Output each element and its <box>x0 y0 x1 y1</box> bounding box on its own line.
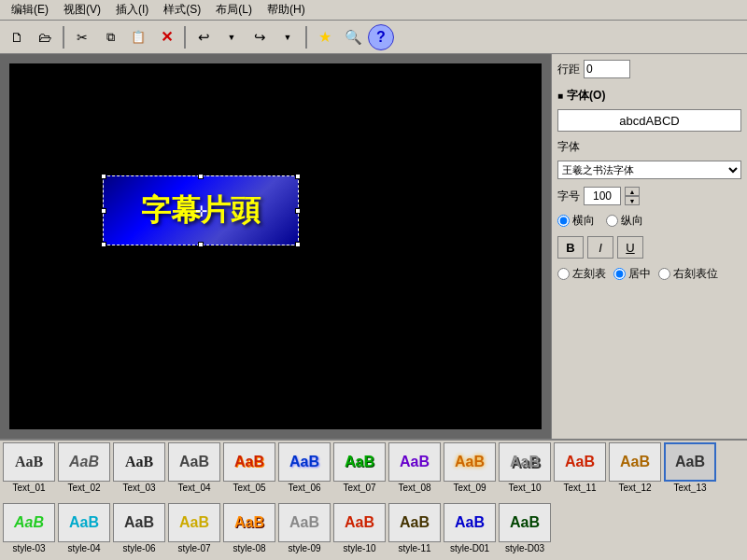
horizontal-radio[interactable]: 横向 <box>557 213 595 229</box>
thumb-preview-Text_06: AaB <box>278 442 331 482</box>
thumb-item-style-08[interactable]: AaBstyle-08 <box>222 503 276 560</box>
thumb-label-Text_07: Text_07 <box>343 483 375 493</box>
handle-bottomleft[interactable] <box>101 242 106 247</box>
thumb-label-Text_10: Text_10 <box>508 483 541 493</box>
thumb-preview-Text_10: AaB <box>499 442 551 482</box>
align-right-radio[interactable] <box>658 268 670 280</box>
thumb-item-Text_01[interactable]: AaBText_01 <box>2 442 56 501</box>
thumb-label-style-10: style-10 <box>343 543 375 553</box>
thumb-label-style-07: style-07 <box>177 543 210 553</box>
copy-button[interactable]: ⧉ <box>97 24 123 50</box>
star-button[interactable]: ★ <box>312 24 338 50</box>
align-center-item[interactable]: 居中 <box>613 266 651 282</box>
thumb-item-Text_05[interactable]: AaBText_05 <box>222 442 276 501</box>
thumb-item-style-10[interactable]: AaBstyle-10 <box>332 503 387 560</box>
italic-button[interactable]: I <box>587 236 613 259</box>
thumb-item-Text_04[interactable]: AaBText_04 <box>167 442 221 501</box>
cut-button[interactable]: ✂ <box>69 24 95 50</box>
thumb-item-style-11[interactable]: AaBstyle-11 <box>388 503 442 560</box>
separator-2 <box>184 26 186 49</box>
thumb-item-Text_09[interactable]: AaBText_09 <box>443 442 497 501</box>
thumb-preview-Text_03: AaB <box>113 442 165 482</box>
help-button[interactable]: ? <box>368 24 394 50</box>
thumb-preview-style-D01: AaB <box>444 503 496 542</box>
thumb-item-Text_13[interactable]: AaBText_13 <box>663 442 717 501</box>
align-right-label: 右刻表位 <box>673 266 718 282</box>
thumb-label-Text_09: Text_09 <box>453 483 486 493</box>
main-layout: 字幕片頭 ✛ 行距 ■ 字体(O) abcdABCD <box>0 54 747 439</box>
font-preview: abcdABCD <box>557 109 741 132</box>
thumb-item-Text_12[interactable]: AaBText_12 <box>608 442 662 501</box>
bold-button[interactable]: B <box>557 236 584 259</box>
line-spacing-row: 行距 <box>557 60 741 78</box>
thumb-item-style-04[interactable]: AaBstyle-04 <box>57 503 111 560</box>
thumb-item-Text_10[interactable]: AaBText_10 <box>498 442 552 501</box>
handle-topleft[interactable] <box>101 174 106 179</box>
section-arrow-icon: ■ <box>557 91 563 101</box>
menu-edit[interactable]: 编辑(E) <box>4 0 56 20</box>
menu-layout[interactable]: 布局(L) <box>208 0 260 20</box>
handle-midright[interactable] <box>295 208 301 214</box>
redo-button[interactable]: ↪ <box>247 24 273 50</box>
thumb-item-Text_02[interactable]: AaBText_02 <box>57 442 111 501</box>
horizontal-radio-input[interactable] <box>557 215 570 227</box>
canvas-area: 字幕片頭 ✛ <box>0 54 551 439</box>
underline-button[interactable]: U <box>617 236 643 259</box>
handle-bottommid[interactable] <box>198 242 204 247</box>
thumb-item-Text_03[interactable]: AaBText_03 <box>112 442 166 501</box>
text-box[interactable]: 字幕片頭 ✛ <box>103 175 299 245</box>
thumb-item-Text_11[interactable]: AaBText_11 <box>553 442 607 501</box>
thumb-item-style-D03[interactable]: AaBstyle-D03 <box>498 503 552 560</box>
font-size-row: 字号 ▲ ▼ <box>557 187 741 205</box>
thumb-item-style-06[interactable]: AaBstyle-06 <box>112 503 166 560</box>
open-button[interactable]: 🗁 <box>32 24 58 50</box>
align-left-item[interactable]: 左刻表 <box>557 266 606 282</box>
handle-topright[interactable] <box>295 174 301 179</box>
size-input[interactable] <box>584 187 621 205</box>
thumb-preview-Text_02: AaB <box>58 442 110 482</box>
thumb-item-Text_07[interactable]: AaBText_07 <box>332 442 387 501</box>
thumb-preview-style-08: AaB <box>223 503 275 542</box>
align-left-radio[interactable] <box>557 268 570 280</box>
thumb-label-style-D03: style-D03 <box>505 543 544 553</box>
thumb-item-Text_06[interactable]: AaBText_06 <box>277 442 331 501</box>
thumb-label-Text_11: Text_11 <box>563 483 596 493</box>
separator-1 <box>63 26 64 49</box>
paste-button[interactable]: 📋 <box>125 24 151 50</box>
thumb-item-Text_08[interactable]: AaBText_08 <box>388 442 442 501</box>
menu-style[interactable]: 样式(S) <box>156 0 208 20</box>
thumb-item-style-09[interactable]: AaBstyle-09 <box>277 503 331 560</box>
thumb-preview-style-10: AaB <box>333 503 386 542</box>
font-select[interactable]: 王羲之书法字体 <box>557 161 741 179</box>
thumb-label-Text_12: Text_12 <box>618 483 651 493</box>
vertical-radio-input[interactable] <box>606 215 618 227</box>
menu-view[interactable]: 视图(V) <box>56 0 108 20</box>
thumb-label-style-09: style-09 <box>288 543 320 553</box>
handle-midleft[interactable] <box>101 208 106 214</box>
thumb-item-style-03[interactable]: AaBstyle-03 <box>2 503 56 560</box>
size-up-button[interactable]: ▲ <box>625 187 640 196</box>
undo-button[interactable]: ↩ <box>190 24 217 50</box>
thumb-item-style-07[interactable]: AaBstyle-07 <box>167 503 221 560</box>
align-center-radio[interactable] <box>613 268 626 280</box>
redo-dropdown[interactable]: ▼ <box>275 24 301 50</box>
size-down-button[interactable]: ▼ <box>625 196 640 205</box>
size-label: 字号 <box>557 189 580 204</box>
handle-bottomright[interactable] <box>295 242 301 247</box>
separator-3 <box>305 26 307 49</box>
handle-topmid[interactable] <box>198 174 204 179</box>
new-button[interactable]: 🗋 <box>4 24 30 50</box>
delete-button[interactable]: ✕ <box>153 24 179 50</box>
menu-insert[interactable]: 插入(I) <box>108 0 156 20</box>
vertical-radio[interactable]: 纵向 <box>606 213 643 229</box>
menu-help[interactable]: 帮助(H) <box>260 0 313 20</box>
thumb-item-style-D01[interactable]: AaBstyle-D01 <box>443 503 497 560</box>
search-button[interactable]: 🔍 <box>340 24 366 50</box>
line-spacing-input[interactable] <box>584 60 630 78</box>
font-section-title: ■ 字体(O) <box>557 88 741 104</box>
toolbar: 🗋 🗁 ✂ ⧉ 📋 ✕ ↩ ▼ ↪ ▼ ★ 🔍 ? <box>0 21 747 54</box>
thumb-label-style-08: style-08 <box>233 543 265 553</box>
align-right-item[interactable]: 右刻表位 <box>658 266 718 282</box>
undo-dropdown[interactable]: ▼ <box>218 24 245 50</box>
font-select-row: 王羲之书法字体 <box>557 161 741 179</box>
